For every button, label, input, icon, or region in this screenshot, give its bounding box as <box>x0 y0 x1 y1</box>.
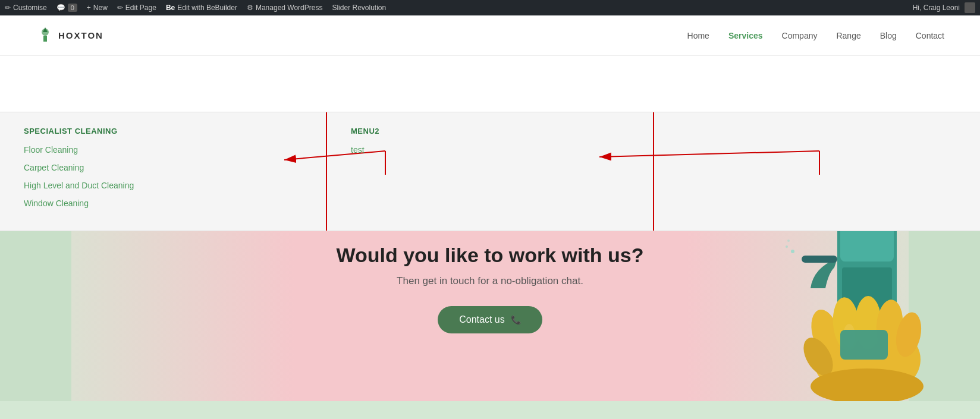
logo-text: HOXTON <box>58 30 103 40</box>
edit-page-icon: ✏ <box>117 4 123 12</box>
dropdown-col1-heading: SPECIALIST CLEANING <box>24 127 302 136</box>
svg-point-14 <box>786 245 788 248</box>
customise-icon: ✏ <box>5 4 11 12</box>
settings-icon: ⚙ <box>247 4 253 12</box>
slider-revolution-label: Slider Revolution <box>332 4 386 12</box>
bebuilder-button[interactable]: Be Edit with BeBuilder <box>166 4 237 12</box>
slider-revolution-button[interactable]: Slider Revolution <box>332 4 386 12</box>
new-label: New <box>93 4 108 12</box>
hero-subtitle: Then get in touch for a no-obligation ch… <box>337 275 644 287</box>
bebuilder-icon: Be <box>166 4 175 12</box>
nav-company[interactable]: Company <box>782 31 818 40</box>
contact-btn-label: Contact us <box>459 314 504 325</box>
comments-count: 0 <box>68 4 77 12</box>
svg-rect-25 <box>840 330 888 360</box>
dropdown-menu: SPECIALIST CLEANING Floor Cleaning Carpe… <box>0 112 980 231</box>
dropdown-link-highlevel[interactable]: High Level and Duct Cleaning <box>24 181 302 190</box>
managed-wordpress-label: Managed WordPress <box>256 4 323 12</box>
svg-rect-2 <box>43 36 47 42</box>
svg-rect-12 <box>802 256 837 263</box>
comments-icon: 💬 <box>56 4 65 12</box>
managed-wordpress-button[interactable]: ⚙ Managed WordPress <box>247 4 323 12</box>
user-greeting: Hi, Craig Leoni <box>913 4 960 12</box>
svg-point-13 <box>791 250 794 253</box>
nav-services[interactable]: Services <box>728 31 763 40</box>
new-icon: + <box>87 4 91 12</box>
dropdown-link-carpet[interactable]: Carpet Cleaning <box>24 163 302 172</box>
nav-home[interactable]: Home <box>687 31 709 40</box>
edit-page-label: Edit Page <box>125 4 156 12</box>
admin-bar-left: ✏ Customise 💬 0 + New ✏ Edit Page Be Edi… <box>5 4 903 12</box>
user-avatar <box>965 2 975 13</box>
admin-bar-right: Hi, Craig Leoni <box>913 2 975 13</box>
phone-icon: 📞 <box>511 315 521 325</box>
dropdown-col-3 <box>654 112 980 231</box>
footer-strip <box>0 401 980 419</box>
comments-button[interactable]: 💬 0 <box>56 4 77 12</box>
admin-bar: ✏ Customise 💬 0 + New ✏ Edit Page Be Edi… <box>0 0 980 15</box>
nav-blog[interactable]: Blog <box>880 31 897 40</box>
nav-range[interactable]: Range <box>836 31 860 40</box>
dropdown-col-1: SPECIALIST CLEANING Floor Cleaning Carpe… <box>0 112 327 231</box>
dropdown-link-floor[interactable]: Floor Cleaning <box>24 145 302 155</box>
dropdown-col-2: MENU2 test <box>327 112 654 231</box>
dropdown-link-window[interactable]: Window Cleaning <box>24 199 302 208</box>
site-logo[interactable]: HOXTON <box>36 26 103 45</box>
svg-point-15 <box>787 240 790 242</box>
new-button[interactable]: + New <box>87 4 108 12</box>
hero-content: Would you like to work with us? Then get… <box>325 208 656 369</box>
nav-contact[interactable]: Contact <box>916 31 944 40</box>
dropdown-col2-heading: MENU2 <box>351 127 629 136</box>
customise-label: Customise <box>13 4 47 12</box>
dropdown-link-test[interactable]: test <box>351 145 629 155</box>
svg-rect-10 <box>840 226 894 262</box>
bebuilder-label: Edit with BeBuilder <box>177 4 237 12</box>
hero-title: Would you like to work with us? <box>337 244 644 267</box>
site-header: HOXTON Home Services Company Range Blog … <box>0 15 980 56</box>
customise-button[interactable]: ✏ Customise <box>5 4 47 12</box>
logo-icon <box>36 26 55 45</box>
contact-us-button[interactable]: Contact us 📞 <box>438 306 542 333</box>
edit-page-button[interactable]: ✏ Edit Page <box>117 4 156 12</box>
main-nav: Home Services Company Range Blog Contact <box>687 31 944 40</box>
